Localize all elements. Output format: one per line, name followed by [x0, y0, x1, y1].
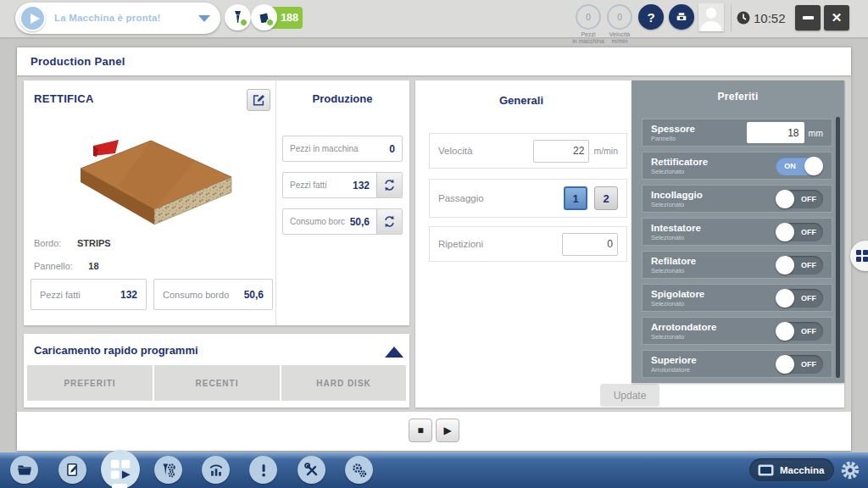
preferiti-panel: Preferiti SpessorePannello mm Rettificat… [632, 80, 844, 383]
toggle-knob [776, 289, 794, 308]
item-name: Refilatore [651, 256, 776, 266]
bordo-row: Bordo: STRIPS [34, 235, 111, 250]
run-button[interactable]: ▶ [436, 419, 459, 442]
caricamento-title: Caricamento rapido programmi [34, 344, 198, 357]
clock-icon [737, 11, 750, 28]
preferiti-scrollbar[interactable] [836, 117, 840, 378]
tab-recenti[interactable]: RECENTI [154, 365, 280, 401]
toolbar-edit-button[interactable] [58, 456, 86, 484]
preferiti-item-intestatore: IntestatoreSelezionato OFF [642, 218, 832, 246]
header-divider [731, 5, 732, 32]
toggle-knob [776, 256, 794, 274]
minimize-button[interactable] [795, 5, 821, 30]
item-name: Intestatore [651, 223, 776, 233]
side-drawer-handle[interactable] [850, 241, 868, 271]
update-button[interactable]: Update [600, 384, 659, 407]
tab-label: RECENTI [196, 379, 239, 388]
row-value: 132 [353, 180, 376, 191]
tab-hard-disk[interactable]: HARD DISK [281, 365, 406, 401]
pezzi-gauge-value: 0 [586, 13, 591, 22]
ripetizioni-input[interactable] [562, 233, 618, 256]
tab-label: HARD DISK [316, 379, 371, 388]
preferiti-item-superiore: SuperioreArrotondatore OFF [642, 350, 832, 378]
passaggio-option-1[interactable]: 1 [564, 186, 587, 210]
superiore-toggle[interactable]: OFF [776, 355, 823, 374]
toolbar-statistics-button[interactable] [202, 456, 230, 484]
row-value: 0 [389, 143, 402, 155]
footer-settings-button[interactable] [838, 458, 861, 481]
play-icon: ▶ [443, 424, 451, 436]
reset-consumo-bordo-button[interactable] [376, 209, 402, 234]
arrotondatore-toggle[interactable]: OFF [776, 322, 823, 341]
gears-icon [351, 462, 368, 479]
toolbar-alarms-button[interactable] [249, 456, 277, 484]
passaggio-row: Passaggio 1 2 [429, 179, 627, 218]
toolbar-tooling-button[interactable] [154, 456, 182, 484]
gear-icon [840, 460, 860, 480]
passaggio-option-2[interactable]: 2 [594, 186, 618, 210]
active-tab-notch [112, 484, 127, 488]
edit-program-button[interactable] [247, 89, 270, 111]
edit-pencil-icon [252, 93, 265, 107]
passaggio-option-1-label: 1 [572, 192, 578, 205]
tooling-status-button[interactable] [225, 4, 251, 30]
close-icon: ✕ [832, 10, 843, 25]
stat-value: 132 [120, 289, 137, 301]
produzione-row-consumo-bordo: Consumo borc 50,6 [282, 208, 403, 235]
velocita-gauge-label-line2: m/min [593, 38, 647, 45]
stop-button[interactable]: ■ [409, 419, 432, 442]
refresh-icon [383, 179, 396, 191]
panel-divider [275, 80, 276, 325]
person-icon [698, 3, 724, 31]
produzione-row-pezzi-fatti: Pezzi fatti 132 [282, 172, 403, 198]
user-avatar-button[interactable] [698, 3, 724, 31]
collapse-up-icon[interactable] [385, 347, 403, 358]
item-name: Superiore [651, 355, 776, 365]
toggle-knob [776, 190, 794, 208]
toggle-knob [776, 322, 794, 341]
clock-time: 10:52 [754, 11, 786, 25]
incollaggio-toggle[interactable]: OFF [776, 190, 823, 208]
machine-start-icon[interactable] [19, 5, 46, 31]
help-button[interactable]: ? [638, 4, 664, 30]
glue-bin-button[interactable] [251, 4, 277, 30]
velocita-input[interactable] [533, 140, 589, 163]
item-sub: Selezionato [651, 168, 776, 175]
bordo-value: STRIPS [77, 238, 111, 248]
drag-dots-icon [856, 250, 868, 262]
machine-status-pill[interactable]: La Macchina è pronta! [15, 3, 220, 34]
chevron-down-icon[interactable] [198, 15, 210, 22]
stat-value: 50,6 [244, 289, 264, 301]
machine-status-text: La Macchina è pronta! [54, 13, 161, 23]
reset-pezzi-fatti-button[interactable] [376, 173, 402, 197]
spessore-input[interactable] [747, 122, 804, 143]
toggle-state-label: OFF [794, 195, 823, 203]
production-grid-play-icon [108, 458, 132, 481]
macchina-button[interactable]: Macchina [749, 458, 834, 481]
generali-title: Generali [415, 94, 627, 107]
toolbar-production-panel-button[interactable] [101, 450, 140, 488]
refilatore-toggle[interactable]: OFF [776, 256, 823, 274]
rettifica-title: RETTIFICA [34, 92, 94, 105]
tab-preferiti[interactable]: PREFERITI [27, 365, 153, 401]
toolbar-settings-button[interactable] [345, 456, 373, 484]
tooling-gears-icon [160, 462, 177, 479]
velocita-gauge-value: 0 [617, 13, 622, 22]
close-button[interactable]: ✕ [824, 5, 849, 30]
spigolatore-toggle[interactable]: OFF [776, 289, 823, 308]
row-label: Pezzi in macchina [283, 144, 389, 153]
machine-view-button[interactable] [669, 4, 694, 30]
status-ok-dot [240, 19, 248, 26]
rettificatore-toggle[interactable]: ON [776, 157, 823, 175]
toolbar-maintenance-button[interactable] [298, 456, 326, 484]
consumo-bordo-box: Consumo bordo 50,6 [153, 279, 273, 310]
header-bar: La Macchina è pronta! 188 0 Pezzi in mac… [0, 0, 868, 37]
ripetizioni-row: Ripetizioni [429, 226, 627, 262]
row-label: Pezzi fatti [283, 180, 353, 190]
row-value: 50,6 [350, 216, 376, 228]
refresh-icon [383, 215, 396, 228]
main-content: Production Panel RETTIFICA [17, 47, 851, 451]
toolbar-folder-button[interactable] [10, 456, 38, 484]
stat-label: Consumo bordo [163, 290, 229, 300]
intestatore-toggle[interactable]: OFF [776, 223, 823, 241]
